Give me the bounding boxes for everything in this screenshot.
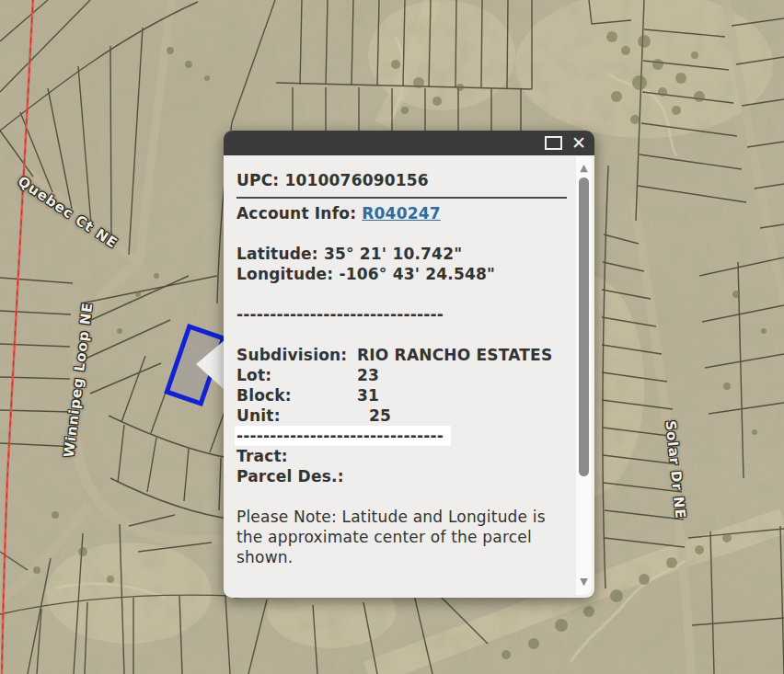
maximize-icon[interactable] [545,136,562,150]
account-info-label: Account Info: [236,204,356,223]
block-row: Block: 31 [236,385,567,406]
longitude-value: -106° 43' 24.548" [339,265,495,283]
upc-line: UPC: 1010076090156 [236,170,567,190]
popup-body: UPC: 1010076090156 Account Info: R040247… [236,155,567,567]
block-label: Block: [236,385,357,406]
parcel-des-label: Parcel Des.: [236,466,357,486]
latitude-line: Latitude: 35° 21' 10.742" [236,244,567,264]
parcel-fields: Subdivision: RIO RANCHO ESTATES Lot: 23 … [236,345,567,426]
lot-label: Lot: [236,365,357,385]
longitude-label: Longitude: [236,265,333,283]
close-icon[interactable]: ✕ [571,134,586,152]
tract-row: Tract: [236,446,567,466]
gis-map-view: Quebec Ct NE Winnipeg Loop NE Solar Dr N… [0,0,784,674]
lot-value: 23 [357,365,379,385]
parcel-des-row: Parcel Des.: [236,466,567,486]
latitude-label: Latitude: [236,245,318,263]
scrollbar-thumb[interactable] [579,177,589,476]
divider-rule [236,197,567,199]
popup-titlebar[interactable]: ✕ [224,131,594,155]
longitude-line: Longitude: -106° 43' 24.548" [236,264,567,284]
unit-value: 25 [369,406,391,426]
block-value: 31 [357,385,379,406]
dashed-separator-highlighted: ------------------------------- [236,426,567,446]
scroll-up-icon[interactable]: ▲ [576,163,592,173]
coordinates-block: Latitude: 35° 21' 10.742" Longitude: -10… [236,244,567,284]
tract-label: Tract: [236,446,357,466]
note-text: Please Note: Latitude and Longitude is t… [236,507,567,567]
account-info-line: Account Info: R040247 [236,203,567,223]
subdivision-row: Subdivision: RIO RANCHO ESTATES [236,345,567,365]
popup-scrollbar[interactable]: ▲ ▼ [576,156,592,595]
parcel-info-popup: ✕ UPC: 1010076090156 Account Info: R0402… [224,131,594,598]
lot-row: Lot: 23 [236,365,567,385]
account-info-link[interactable]: R040247 [362,204,440,223]
subdivision-label: Subdivision: [236,345,357,365]
dashed-separator: ------------------------------- [236,304,567,325]
unit-label: Unit: [236,406,357,426]
upc-value: 1010076090156 [284,171,428,189]
upc-label: UPC: [236,171,279,189]
subdivision-value: RIO RANCHO ESTATES [357,345,552,365]
unit-row: Unit: 25 [236,406,567,426]
scroll-down-icon[interactable]: ▼ [576,577,592,587]
latitude-value: 35° 21' 10.742" [324,245,462,263]
